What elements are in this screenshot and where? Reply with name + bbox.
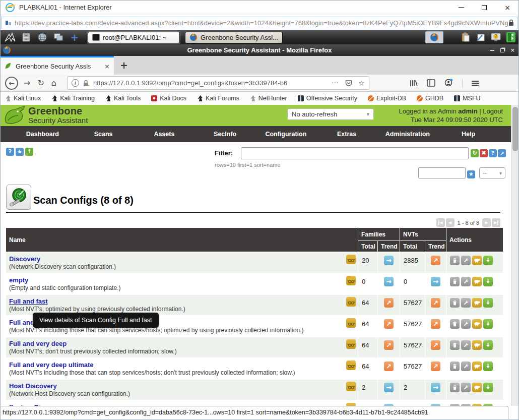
first-page-button[interactable]: ◀ (436, 218, 445, 227)
filter-edit-wrench-icon[interactable] (498, 149, 506, 157)
edit-wrench-button[interactable] (461, 362, 471, 371)
web-browser-globe-icon[interactable] (36, 32, 48, 43)
trashcan-button[interactable] (450, 340, 460, 350)
clone-sheep-button[interactable] (472, 340, 482, 350)
menu-secinfo[interactable]: SecInfo (194, 131, 255, 138)
filter-refresh-icon[interactable]: ↻ (471, 149, 479, 157)
pocket-icon[interactable] (345, 80, 352, 87)
export-download-button[interactable] (483, 319, 493, 329)
clone-sheep-button[interactable] (472, 319, 482, 329)
menu-hamburger-icon[interactable] (472, 81, 479, 86)
bookmark-star-icon[interactable]: ☆ (358, 79, 365, 88)
column-nvts-trend[interactable]: Trend (425, 241, 446, 252)
help-icon[interactable]: ? (6, 148, 14, 156)
column-families[interactable]: Families (358, 228, 400, 241)
clone-sheep-button[interactable] (472, 277, 482, 286)
menu-dashboard[interactable]: Dashboard (12, 131, 73, 138)
auto-refresh-select[interactable]: No auto-refresh ▾ (287, 108, 374, 120)
edit-wrench-button[interactable] (461, 319, 471, 329)
config-name-link[interactable]: Full and very deep ultimate (9, 361, 94, 369)
bookmark-kali-tools[interactable]: Kali Tools (105, 95, 141, 102)
edit-wrench-button[interactable] (461, 340, 471, 350)
menu-configuration[interactable]: Configuration (255, 131, 316, 138)
bookmark-kali-linux[interactable]: Kali Linux (5, 95, 41, 102)
filter-reset-icon[interactable]: ✖ (480, 149, 488, 157)
scrollbar-thumb[interactable] (512, 107, 518, 151)
clone-sheep-button[interactable] (472, 298, 482, 308)
tab-close-icon[interactable]: × (104, 63, 110, 70)
config-name-link[interactable]: Full and very deep (9, 340, 67, 347)
save-filter-star-button[interactable]: ★ (467, 169, 475, 178)
saved-filter-name-input[interactable] (418, 167, 466, 178)
export-download-button[interactable] (483, 340, 493, 350)
config-name-link[interactable]: Discovery (9, 255, 40, 263)
ie-url-input[interactable]: https://dev.practice-labs.com/device-adv… (2, 17, 517, 29)
minimize-button[interactable] (449, 0, 473, 15)
workspaces-icon[interactable] (52, 32, 64, 43)
logout-exit-icon[interactable] (505, 31, 517, 43)
close-button[interactable]: × (496, 0, 519, 15)
last-page-button[interactable]: ▶ (492, 218, 500, 227)
trashcan-button[interactable] (450, 277, 460, 286)
config-name-link[interactable]: Host Discovery (9, 382, 57, 390)
column-name[interactable]: Name (6, 228, 358, 252)
screenshot-annotate-icon[interactable] (475, 31, 487, 43)
taskbar-terminal-button[interactable]: root@PLABKALI01: ~ (88, 32, 180, 43)
clone-sheep-button[interactable] (472, 256, 482, 265)
maximize-button[interactable] (473, 0, 496, 15)
edit-wrench-button[interactable] (461, 298, 471, 308)
clone-sheep-button[interactable] (472, 383, 482, 392)
export-download-button[interactable] (483, 277, 493, 286)
firefox-minimize-button[interactable] (490, 50, 494, 51)
page-scrollbar[interactable] (511, 105, 518, 406)
forward-button[interactable]: → (24, 78, 30, 88)
firefox-restore-button[interactable] (500, 48, 504, 52)
logout-link[interactable]: Logout (483, 107, 503, 115)
edit-wrench-button[interactable] (461, 277, 471, 286)
screen-help-icon[interactable]: ? (490, 31, 502, 43)
export-download-button[interactable] (483, 362, 493, 371)
edit-wrench-button[interactable] (461, 383, 471, 392)
bookmark-ghdb[interactable]: GHDB (417, 95, 443, 102)
column-families-total[interactable]: Total (358, 241, 377, 252)
add-workspace-plus-icon[interactable]: + (69, 32, 81, 43)
account-icon[interactable] (444, 79, 453, 87)
column-families-trend[interactable]: Trend (378, 241, 400, 252)
home-button[interactable]: ⌂ (51, 78, 56, 88)
bookmark-offensive-security[interactable]: Offensive Security (298, 95, 357, 102)
library-icon[interactable] (410, 79, 418, 87)
active-tab[interactable]: Greenbone Security Assis × (0, 56, 114, 75)
config-name-link[interactable]: Full and fast (9, 297, 48, 305)
trashcan-button[interactable] (450, 319, 460, 329)
trashcan-button[interactable] (450, 256, 460, 265)
export-download-button[interactable] (483, 298, 493, 308)
sidebar-toggle-icon[interactable] (427, 79, 435, 87)
upload-icon[interactable]: ↑ (25, 148, 33, 156)
bookmark-kali-training[interactable]: Kali Training (51, 95, 95, 102)
trashcan-button[interactable] (450, 298, 460, 308)
clone-sheep-button[interactable] (472, 362, 482, 371)
menu-extras[interactable]: Extras (316, 131, 377, 138)
export-download-button[interactable] (483, 256, 493, 265)
insecure-lock-warning-icon[interactable] (83, 80, 90, 87)
filter-input[interactable] (241, 147, 469, 159)
menu-help[interactable]: Help (438, 131, 499, 138)
clipboard-icon[interactable] (460, 31, 472, 43)
page-info-icon[interactable]: i (72, 79, 79, 87)
menu-administration[interactable]: Administration (377, 131, 438, 138)
reload-button[interactable]: ↻ (37, 78, 44, 88)
firefox-close-button[interactable]: × (510, 47, 515, 53)
new-tab-button[interactable]: + (120, 59, 128, 71)
kali-menu-dragon-icon[interactable] (4, 32, 16, 43)
edit-wrench-button[interactable] (461, 256, 471, 265)
url-bar[interactable]: i https://127.0.0.1:9392/omp?cmd=get_con… (67, 76, 369, 90)
tray-firefox-active-icon[interactable] (425, 31, 443, 43)
prev-page-button[interactable]: ◀ (446, 218, 455, 227)
column-nvts-total[interactable]: Total (400, 241, 425, 252)
bookmark-kali-forums[interactable]: Kali Forums (197, 95, 239, 102)
config-name-link[interactable]: empty (9, 276, 28, 284)
trashcan-button[interactable] (450, 362, 460, 371)
next-page-button[interactable]: ▶ (482, 218, 491, 227)
bookmark-msfu[interactable]: MSFU (454, 95, 480, 102)
page-actions-dots-icon[interactable]: ··· (332, 80, 339, 87)
